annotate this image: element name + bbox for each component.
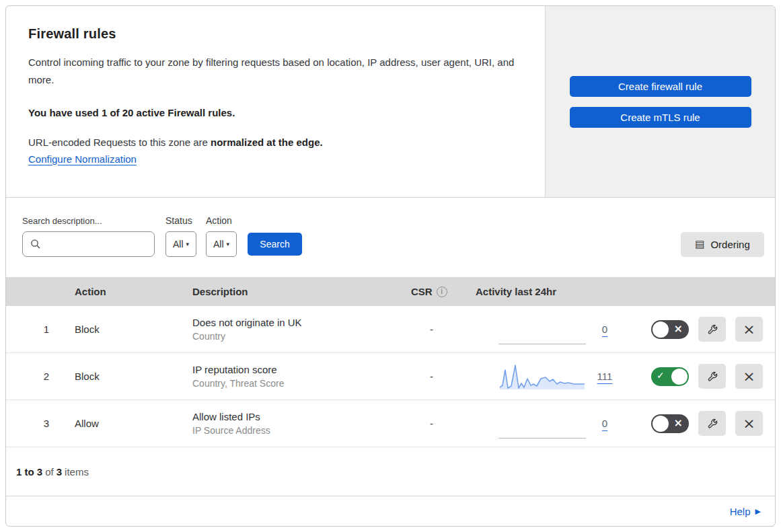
activity-col-header: Activity last 24hr bbox=[463, 286, 632, 297]
rule-activity-cell: 111 bbox=[463, 362, 632, 391]
ordering-button[interactable]: ▤ Ordering bbox=[681, 232, 764, 257]
items-label: items bbox=[65, 466, 89, 478]
rule-priority: 3 bbox=[6, 418, 67, 429]
activity-count-link[interactable]: 111 bbox=[594, 371, 616, 382]
wrench-icon bbox=[706, 371, 718, 383]
status-dropdown[interactable]: All ▾ bbox=[165, 231, 196, 257]
filter-bar: Search description... Status All ▾ Actio… bbox=[6, 198, 775, 277]
rule-description-cell: IP reputation score Country, Threat Scor… bbox=[184, 364, 400, 389]
normalization-prefix: URL-encoded Requests to this zone are bbox=[28, 137, 211, 148]
rule-controls: × × bbox=[632, 317, 775, 342]
close-icon: × bbox=[743, 416, 755, 431]
enable-toggle[interactable]: × bbox=[651, 414, 689, 433]
firewall-rules-card: Firewall rules Control incoming traffic … bbox=[5, 5, 776, 527]
rule-action: Allow bbox=[67, 418, 184, 429]
page-title: Firewall rules bbox=[28, 26, 518, 42]
activity-sparkline-flat bbox=[498, 409, 586, 439]
header-text-block: Firewall rules Control incoming traffic … bbox=[6, 6, 545, 197]
create-mtls-rule-button[interactable]: Create mTLS rule bbox=[570, 107, 751, 128]
edit-rule-button[interactable] bbox=[698, 317, 726, 342]
action-col-header: Action bbox=[67, 286, 184, 297]
chevron-down-icon: ▾ bbox=[186, 241, 190, 248]
items-range: 1 to 3 bbox=[16, 466, 42, 478]
edit-rule-button[interactable] bbox=[698, 364, 726, 389]
help-link[interactable]: Help ▶ bbox=[730, 506, 761, 517]
close-icon: × bbox=[743, 369, 755, 384]
toggle-knob bbox=[653, 416, 669, 432]
table-header: Action Description CSR i Activity last 2… bbox=[6, 277, 775, 306]
rule-priority: 1 bbox=[6, 324, 67, 335]
status-label: Status bbox=[165, 215, 196, 226]
chevron-down-icon: ▾ bbox=[227, 241, 230, 248]
rule-controls: ✓ × bbox=[632, 364, 775, 389]
help-bar: Help ▶ bbox=[6, 496, 775, 527]
rule-action: Block bbox=[67, 324, 184, 335]
action-label: Action bbox=[206, 215, 237, 226]
action-value: All bbox=[213, 239, 224, 250]
wrench-icon bbox=[706, 324, 718, 336]
toggle-off-icon: × bbox=[674, 322, 683, 335]
delete-rule-button[interactable]: × bbox=[735, 364, 763, 389]
activity-sparkline bbox=[498, 362, 586, 391]
enable-toggle[interactable]: × bbox=[651, 320, 689, 339]
rule-description: IP reputation score bbox=[192, 364, 400, 375]
rule-controls: × × bbox=[632, 411, 775, 436]
search-group: Search description... bbox=[22, 216, 155, 257]
normalization-bold: normalized at the edge. bbox=[211, 137, 323, 148]
rule-csr: - bbox=[400, 324, 463, 335]
search-input[interactable] bbox=[22, 231, 155, 257]
arrow-right-icon: ▶ bbox=[755, 507, 761, 516]
action-dropdown[interactable]: All ▾ bbox=[206, 231, 237, 257]
pagination-summary: 1 to 3 of 3 items bbox=[6, 447, 775, 496]
status-group: Status All ▾ bbox=[165, 215, 196, 257]
delete-rule-button[interactable]: × bbox=[735, 411, 763, 436]
normalization-text: URL-encoded Requests to this zone are no… bbox=[28, 137, 518, 148]
configure-normalization-link[interactable]: Configure Normalization bbox=[28, 153, 137, 165]
rule-description-cell: Does not originate in UK Country bbox=[184, 317, 400, 342]
list-icon: ▤ bbox=[695, 239, 704, 250]
of-label: of bbox=[45, 466, 54, 478]
search-icon bbox=[30, 239, 41, 250]
rule-description-cell: Allow listed IPs IP Source Address bbox=[184, 411, 400, 436]
status-value: All bbox=[173, 239, 184, 250]
help-label: Help bbox=[730, 506, 751, 517]
search-field-wrap bbox=[22, 231, 155, 257]
rule-fields: Country bbox=[192, 331, 400, 342]
toggle-knob bbox=[671, 369, 687, 385]
rule-activity-cell: 0 bbox=[463, 315, 632, 344]
delete-rule-button[interactable]: × bbox=[735, 317, 763, 342]
rule-csr: - bbox=[400, 418, 463, 429]
table-row: 1 Block Does not originate in UK Country… bbox=[6, 306, 775, 353]
action-panel: Create firewall rule Create mTLS rule bbox=[545, 6, 775, 197]
rule-description: Does not originate in UK bbox=[192, 317, 400, 328]
usage-note: You have used 1 of 20 active Firewall ru… bbox=[28, 107, 518, 118]
page-description: Control incoming traffic to your zone by… bbox=[28, 54, 518, 89]
toggle-on-icon: ✓ bbox=[657, 370, 665, 381]
rule-priority: 2 bbox=[6, 371, 67, 382]
close-icon: × bbox=[743, 322, 755, 337]
search-button[interactable]: Search bbox=[248, 233, 302, 256]
ordering-label: Ordering bbox=[710, 239, 749, 250]
search-label: Search description... bbox=[22, 216, 155, 226]
info-icon[interactable]: i bbox=[437, 287, 447, 297]
toggle-knob bbox=[653, 321, 669, 338]
rule-action: Block bbox=[67, 371, 184, 382]
activity-count-link[interactable]: 0 bbox=[594, 418, 616, 429]
toggle-off-icon: × bbox=[674, 416, 683, 429]
csr-label: CSR bbox=[411, 286, 433, 297]
edit-rule-button[interactable] bbox=[698, 411, 726, 436]
activity-count-link[interactable]: 0 bbox=[594, 324, 616, 335]
create-firewall-rule-button[interactable]: Create firewall rule bbox=[570, 76, 751, 97]
table-row: 2 Block IP reputation score Country, Thr… bbox=[6, 353, 775, 400]
rule-fields: IP Source Address bbox=[192, 425, 400, 436]
rule-csr: - bbox=[400, 371, 463, 382]
description-col-header: Description bbox=[184, 286, 400, 297]
enable-toggle[interactable]: ✓ bbox=[651, 367, 689, 386]
action-group: Action All ▾ bbox=[206, 215, 237, 257]
activity-sparkline-flat bbox=[498, 315, 586, 344]
items-total: 3 bbox=[57, 466, 62, 478]
rule-activity-cell: 0 bbox=[463, 409, 632, 439]
rule-description: Allow listed IPs bbox=[192, 411, 400, 422]
header-section: Firewall rules Control incoming traffic … bbox=[6, 6, 775, 198]
table-row: 3 Allow Allow listed IPs IP Source Addre… bbox=[6, 400, 775, 447]
